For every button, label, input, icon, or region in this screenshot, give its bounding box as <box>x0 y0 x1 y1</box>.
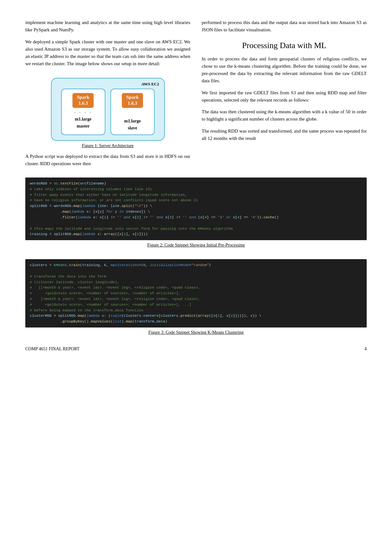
aws-node-slave: Spark 1.6.3 m1.large slave <box>110 89 155 135</box>
spark-label-master: Spark 1.6.3 <box>72 93 94 108</box>
left-column: implement machine learning and analytics… <box>25 19 190 172</box>
aws-diagram: AWS EC2 Spark 1.6.3 - - - - m1.large mas… <box>51 78 165 141</box>
spark-label-slave: Spark 1.6.3 <box>122 93 143 108</box>
node-dots: - - - - <box>74 110 92 115</box>
right-para1: performed to process this data and the o… <box>202 19 367 34</box>
right-para5: The resulting RDD was sorted and transfo… <box>202 128 367 142</box>
node-type-slave: m1.large <box>124 119 141 124</box>
node-role-master: master <box>77 124 90 129</box>
aws-label: AWS EC2 <box>57 82 159 87</box>
code-block2-container: clusters = KMeans.train(training, k, max… <box>25 259 367 327</box>
aws-node-master: Spark 1.6.3 - - - - m1.large master <box>61 89 105 135</box>
figure3-caption: Figure 3: Code Snippet Showing K-Means C… <box>25 330 367 335</box>
aws-nodes: Spark 1.6.3 - - - - m1.large master Spar… <box>57 89 159 135</box>
page-content: implement machine learning and analytics… <box>25 19 367 352</box>
code-block1-container: wordsRDD = sc.textFile(srcfilename) # ta… <box>25 178 367 240</box>
figure2-caption: Figure 2: Code Snippet Showing Initial P… <box>25 243 367 248</box>
two-col-section: implement machine learning and analytics… <box>25 19 367 172</box>
section-title: Processing Data with ML <box>202 41 367 50</box>
left-para1: implement machine learning and analytics… <box>25 19 190 34</box>
node-type-master: m1.large <box>75 117 91 122</box>
right-column: performed to process this data and the o… <box>202 19 367 172</box>
right-para2: In order to process the data and form ge… <box>202 55 367 85</box>
left-para2: We deployed a simple Spark cluster with … <box>25 38 190 68</box>
figure1-caption: Figure 1: Server Architecture <box>82 143 134 148</box>
code-section-1: wordsRDD = sc.textFile(srcfilename) # ta… <box>25 172 367 248</box>
code-block2: clusters = KMeans.train(training, k, max… <box>25 259 367 327</box>
right-para3: We first imported the raw GDELT files fr… <box>202 89 367 104</box>
code-block1: wordsRDD = sc.textFile(srcfilename) # ta… <box>25 178 367 240</box>
page-footer: COMP 4651 FINAL REPORT 4 <box>25 346 367 352</box>
left-para3: A Python script was deployed to extract … <box>25 153 190 168</box>
footer-right: 4 <box>364 346 367 352</box>
footer-left: COMP 4651 FINAL REPORT <box>25 346 79 352</box>
figure1-container: AWS EC2 Spark 1.6.3 - - - - m1.large mas… <box>25 78 190 148</box>
code-section-2: clusters = KMeans.train(training, k, max… <box>25 253 367 335</box>
node-role-slave: slave <box>128 126 137 131</box>
right-para4: The data was then clustered using the k-… <box>202 108 367 123</box>
